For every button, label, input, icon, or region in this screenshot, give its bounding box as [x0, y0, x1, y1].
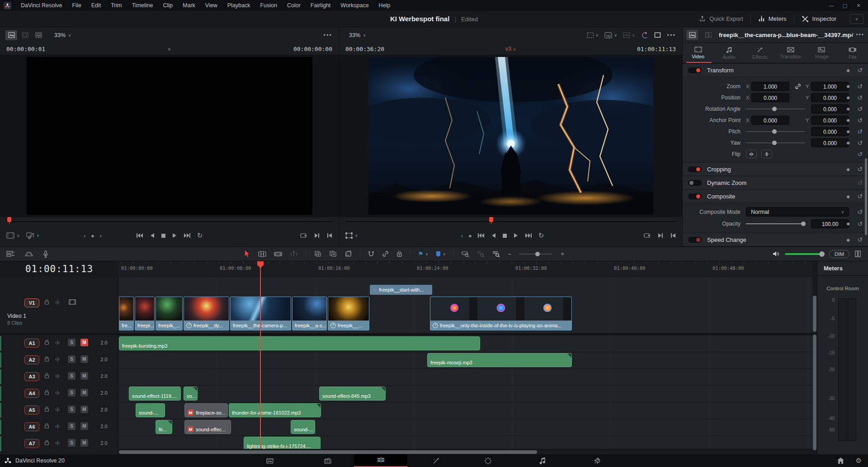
- lock-track-icon[interactable]: [44, 390, 49, 395]
- horizontal-scroll-thumb[interactable]: [119, 450, 537, 454]
- snapping-magnet-button[interactable]: [368, 250, 374, 257]
- match-frame-icon[interactable]: [643, 233, 651, 238]
- track-select-a1[interactable]: A1: [24, 339, 39, 348]
- inspector-scrollbar[interactable]: [865, 158, 867, 235]
- enhanced-viewer-icon[interactable]: ∨: [623, 32, 635, 38]
- next-edit-icon[interactable]: [658, 233, 663, 238]
- step-back-button[interactable]: [491, 233, 496, 238]
- video-clip[interactable]: freepik__dy...: [184, 297, 229, 330]
- tab-effects[interactable]: Effects: [745, 43, 775, 63]
- auto-select-icon[interactable]: ‹|›: [55, 299, 60, 305]
- source-zoom-select[interactable]: 33%∨: [50, 32, 76, 38]
- tab-image[interactable]: Image: [806, 43, 837, 63]
- auto-select-icon[interactable]: ‹|›: [55, 440, 60, 445]
- timeline-version-select[interactable]: v3 ∨: [505, 46, 516, 52]
- audio-clip[interactable]: Mfireplace-so...: [184, 403, 228, 417]
- solo-button[interactable]: S: [68, 422, 75, 430]
- video-clip[interactable]: freepi...: [135, 297, 155, 330]
- audio-clip[interactable]: sound-effect-845.mp3: [319, 387, 386, 401]
- dynamic-trim-tool[interactable]: [290, 251, 298, 257]
- timeline-zoom-select[interactable]: 33%∨: [344, 32, 371, 38]
- audio-video-source-icon[interactable]: ∨: [26, 232, 40, 239]
- opacity-input[interactable]: 100.00: [811, 219, 849, 228]
- audio-clip[interactable]: Msound-effec...: [184, 420, 231, 434]
- mute-button[interactable]: M: [80, 439, 88, 447]
- vertical-scroll-thumb[interactable]: [813, 335, 816, 450]
- track-select-a5[interactable]: A5: [24, 406, 39, 415]
- menu-edit[interactable]: Edit: [86, 0, 106, 11]
- play-button[interactable]: [172, 233, 177, 238]
- solo-button[interactable]: S: [68, 406, 75, 413]
- auto-select-icon[interactable]: ‹|›: [55, 406, 60, 412]
- dynamic-zoom-section-header[interactable]: Dynamic Zoom ↺: [683, 176, 868, 189]
- zoom-in-button[interactable]: ＋: [559, 250, 566, 258]
- selection-mode-tool[interactable]: [244, 250, 250, 258]
- play-button[interactable]: [514, 233, 519, 238]
- source-clip-dropdown[interactable]: ∨: [0, 47, 339, 52]
- viewer-transform-icon[interactable]: ∨: [345, 232, 358, 239]
- position-x-input[interactable]: 0.000: [751, 93, 789, 102]
- settings-gear-button[interactable]: ⚙: [856, 457, 862, 465]
- auto-select-icon[interactable]: ‹|›: [55, 340, 60, 345]
- lock-track-icon[interactable]: [44, 440, 49, 445]
- track-select-a3[interactable]: A3: [24, 372, 39, 381]
- go-to-start-button[interactable]: [136, 233, 143, 238]
- menu-playback[interactable]: Playback: [222, 0, 255, 11]
- lock-track-icon[interactable]: [44, 423, 49, 429]
- video-clip[interactable]: fre...: [119, 297, 134, 330]
- lock-track-icon[interactable]: [44, 406, 49, 412]
- minimize-window-button[interactable]: —: [825, 0, 838, 11]
- pitch-input[interactable]: 0.000: [811, 127, 849, 136]
- zoom-y-input[interactable]: 1.000: [811, 82, 849, 91]
- menu-view[interactable]: View: [200, 0, 222, 11]
- auto-select-icon[interactable]: ‹|›: [55, 373, 60, 378]
- audio-clip[interactable]: sound-...: [136, 403, 165, 417]
- track-select-v1[interactable]: V1: [24, 298, 39, 307]
- audio-clip[interactable]: freepik-moseji.mp3: [427, 353, 572, 367]
- mute-button[interactable]: M: [80, 406, 88, 413]
- anchor-y-input[interactable]: 0.000: [811, 116, 849, 125]
- tab-audio[interactable]: Audio: [713, 43, 744, 63]
- timeline-playhead-pin[interactable]: [489, 217, 493, 222]
- yaw-slider[interactable]: [746, 142, 805, 143]
- acid-flatten-icon[interactable]: [25, 251, 33, 257]
- source-options-icon[interactable]: •••: [323, 32, 332, 38]
- auto-select-icon[interactable]: ‹|›: [55, 390, 60, 395]
- audio-track-header[interactable]: A4‹|›SM2.0: [0, 385, 118, 402]
- proxy-quality-icon[interactable]: HQ∨: [604, 32, 617, 38]
- video-clip[interactable]: freepik__only-the-inside-of-the-tv-is-pl…: [430, 297, 572, 330]
- timeline-ruler[interactable]: 01:00:00:0001:00:08:0001:00:16:0001:00:2…: [118, 261, 812, 277]
- lock-track-icon[interactable]: [44, 340, 49, 345]
- resolve-fx-ai-icon[interactable]: [641, 31, 648, 39]
- page-fusion-button[interactable]: [410, 454, 463, 467]
- inspector-options-icon[interactable]: •••: [856, 32, 864, 38]
- timeline-view-options-icon[interactable]: [6, 251, 15, 257]
- speaker-icon[interactable]: [773, 251, 779, 257]
- timeline-title-clip[interactable]: ◇freepik__start-with...: [370, 285, 432, 295]
- position-y-input[interactable]: 0.000: [811, 93, 849, 102]
- audio-clip[interactable]: thunder-for-anime-161022.mp3: [229, 403, 321, 417]
- page-deliver-button[interactable]: [571, 454, 624, 467]
- rotation-slider[interactable]: [746, 108, 805, 109]
- source-mode-icon[interactable]: [5, 30, 17, 40]
- pitch-slider[interactable]: [746, 131, 805, 132]
- audio-track-header[interactable]: A5‹|›SM2.0: [0, 402, 118, 419]
- flip-vertical-button[interactable]: [761, 150, 772, 158]
- overwrite-clip-button[interactable]: [329, 250, 337, 257]
- menu-mark[interactable]: Mark: [178, 0, 200, 11]
- audio-clip[interactable]: so...: [184, 387, 198, 401]
- menu-workspace[interactable]: Workspace: [335, 0, 373, 11]
- safe-area-icon[interactable]: [654, 32, 661, 38]
- vertical-scroll-thumb[interactable]: [813, 296, 816, 332]
- auto-select-icon[interactable]: ‹|›: [55, 423, 60, 429]
- menu-fairlight[interactable]: Fairlight: [306, 0, 335, 11]
- speed-change-toggle[interactable]: [688, 237, 702, 243]
- page-edit-button[interactable]: [354, 454, 407, 467]
- composite-toggle[interactable]: [688, 193, 702, 199]
- yaw-input[interactable]: 0.000: [811, 138, 849, 147]
- composite-section-header[interactable]: Composite ◆↺: [683, 189, 868, 203]
- stop-button[interactable]: [502, 233, 507, 238]
- go-to-end-button[interactable]: [184, 233, 191, 238]
- razor-edit-tool[interactable]: [274, 251, 282, 257]
- audio-track-header[interactable]: A2‹|›SM2.0: [0, 352, 118, 368]
